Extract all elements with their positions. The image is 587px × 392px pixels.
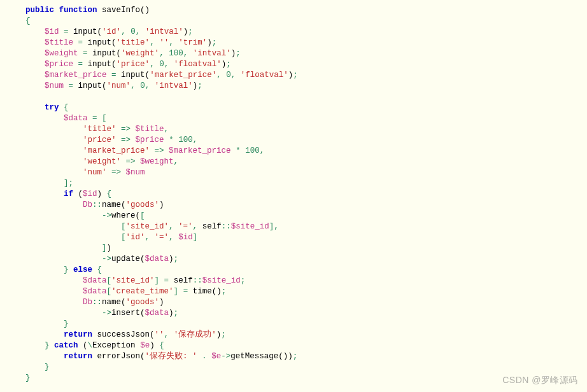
watermark-text: CSDN @罗峰源码	[502, 375, 578, 386]
code-snippet: public function saveInfo() { $id = input…	[6, 5, 581, 384]
